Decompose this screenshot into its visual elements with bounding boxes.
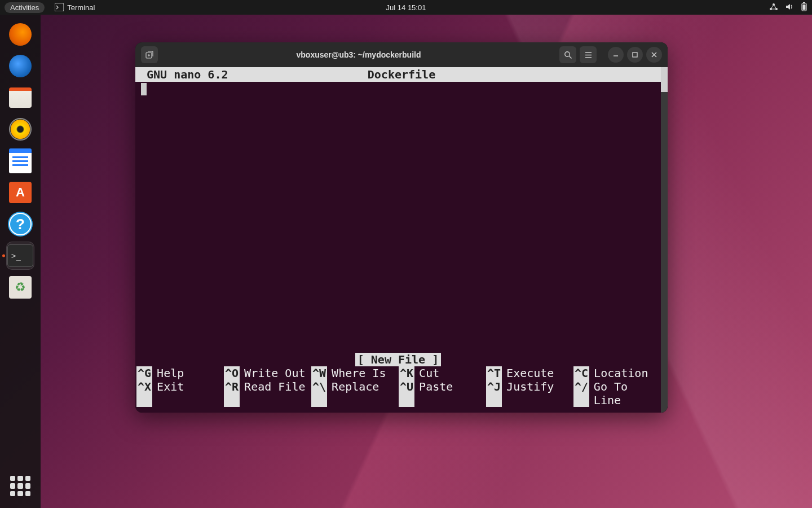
nano-shortcut-readfile: ^RRead File bbox=[224, 380, 311, 407]
nano-shortcut-whereis: ^WWhere Is bbox=[311, 366, 399, 380]
maximize-icon bbox=[632, 51, 638, 58]
new-tab-button[interactable] bbox=[141, 46, 158, 63]
thunderbird-icon bbox=[9, 55, 32, 77]
nano-status-bar: [ New File ] bbox=[135, 353, 661, 366]
files-icon bbox=[9, 87, 32, 108]
nano-shortcut-execute: ^TExecute bbox=[486, 366, 573, 380]
dock-files[interactable] bbox=[6, 84, 34, 112]
dock-thunderbird[interactable] bbox=[6, 52, 34, 80]
activities-button[interactable]: Activities bbox=[5, 2, 45, 13]
help-icon: ? bbox=[9, 213, 32, 235]
nano-shortcut-help: ^GHelp bbox=[136, 366, 224, 380]
svg-point-8 bbox=[564, 51, 569, 56]
dock-libreoffice-writer[interactable] bbox=[6, 147, 34, 175]
nano-shortcut-writeout: ^OWrite Out bbox=[224, 366, 311, 380]
dock-show-apps[interactable] bbox=[6, 472, 34, 500]
hamburger-icon bbox=[584, 51, 593, 59]
trash-icon: ♻ bbox=[9, 276, 32, 299]
nano-shortcut-exit: ^XExit bbox=[136, 380, 224, 407]
search-button[interactable] bbox=[559, 46, 576, 63]
software-icon: A bbox=[9, 182, 32, 203]
text-cursor bbox=[141, 83, 147, 95]
app-menu[interactable]: Terminal bbox=[55, 3, 95, 12]
dock-firefox[interactable] bbox=[6, 20, 34, 49]
network-icon[interactable] bbox=[769, 3, 778, 12]
nano-shortcut-gotoline: ^/Go To Line bbox=[573, 380, 661, 407]
nano-shortcut-bar: ^GHelp ^OWrite Out ^WWhere Is ^KCut ^TEx… bbox=[135, 366, 661, 407]
terminal-icon bbox=[55, 3, 64, 11]
maximize-button[interactable] bbox=[627, 47, 643, 63]
terminal-window: vboxuser@ub3: ~/mydockerbuild GNU nano 6… bbox=[135, 42, 668, 413]
app-menu-label: Terminal bbox=[67, 3, 95, 12]
terminal-body[interactable]: GNU nano 6.2 Dockerfile [ New File ] ^GH… bbox=[135, 67, 668, 413]
nano-shortcut-paste: ^UPaste bbox=[399, 380, 486, 407]
nano-shortcut-replace: ^\Replace bbox=[311, 380, 399, 407]
firefox-icon bbox=[9, 23, 32, 46]
system-tray[interactable] bbox=[769, 2, 807, 13]
close-icon bbox=[651, 51, 657, 58]
window-title: vboxuser@ub3: ~/mydockerbuild bbox=[161, 50, 556, 59]
top-bar: Activities Terminal Jul 14 15:01 bbox=[0, 0, 812, 15]
volume-icon[interactable] bbox=[785, 3, 794, 12]
minimize-icon bbox=[612, 51, 619, 58]
dock: A ? >_ ♻ bbox=[0, 15, 41, 508]
terminal-icon: >_ bbox=[7, 244, 33, 267]
dock-software[interactable]: A bbox=[6, 178, 34, 207]
apps-grid-icon bbox=[10, 476, 30, 496]
dock-trash[interactable]: ♻ bbox=[6, 273, 34, 301]
nano-shortcut-location: ^CLocation bbox=[573, 366, 661, 380]
nano-shortcut-justify: ^JJustify bbox=[486, 380, 573, 407]
minimize-button[interactable] bbox=[608, 47, 624, 63]
speaker-icon bbox=[9, 118, 32, 141]
new-tab-icon bbox=[145, 50, 154, 59]
nano-editor-name: GNU nano 6.2 bbox=[147, 68, 228, 81]
hamburger-menu-button[interactable] bbox=[580, 46, 597, 63]
dock-terminal[interactable]: >_ bbox=[6, 242, 34, 270]
battery-icon[interactable] bbox=[801, 2, 807, 13]
nano-edit-area[interactable] bbox=[135, 82, 661, 353]
dock-rhythmbox[interactable] bbox=[6, 115, 34, 143]
svg-rect-0 bbox=[55, 3, 64, 11]
close-button[interactable] bbox=[646, 47, 662, 63]
search-icon bbox=[564, 51, 572, 59]
dock-help[interactable]: ? bbox=[6, 210, 34, 238]
window-titlebar[interactable]: vboxuser@ub3: ~/mydockerbuild bbox=[135, 42, 668, 67]
nano-status-text: [ New File ] bbox=[355, 353, 442, 366]
svg-rect-6 bbox=[803, 5, 806, 10]
nano-filename: Dockerfile bbox=[368, 68, 435, 81]
svg-rect-9 bbox=[633, 52, 637, 57]
scrollbar[interactable] bbox=[661, 67, 668, 413]
svg-rect-5 bbox=[803, 2, 805, 3]
writer-icon bbox=[9, 148, 32, 173]
clock[interactable]: Jul 14 15:01 bbox=[386, 3, 426, 12]
nano-shortcut-cut: ^KCut bbox=[399, 366, 486, 380]
nano-header-bar: GNU nano 6.2 Dockerfile bbox=[135, 67, 661, 82]
